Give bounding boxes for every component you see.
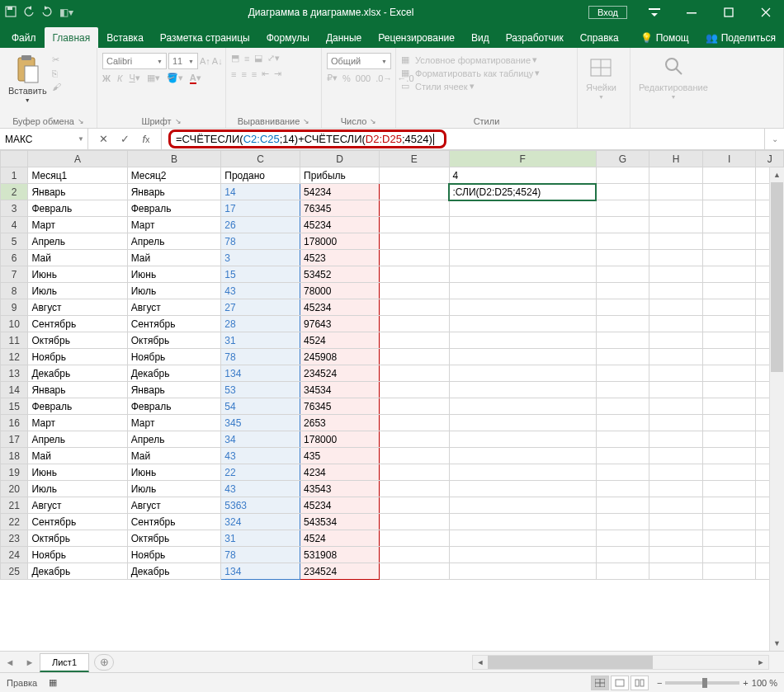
cell[interactable]: 134 — [221, 365, 300, 382]
cell[interactable] — [449, 233, 596, 250]
cell[interactable] — [379, 382, 449, 398]
column-header-B[interactable]: B — [127, 151, 221, 167]
column-header-C[interactable]: C — [221, 151, 300, 167]
cell[interactable] — [449, 316, 596, 332]
row-header-7[interactable]: 7 — [1, 266, 28, 283]
cancel-formula-button[interactable]: ✕ — [93, 130, 113, 148]
row-header-20[interactable]: 20 — [1, 481, 28, 497]
cell[interactable]: 4 — [449, 167, 596, 184]
cell[interactable] — [449, 547, 596, 563]
cell[interactable]: Июль — [127, 481, 221, 497]
font-name-select[interactable]: Calibri▼ — [102, 53, 167, 69]
conditional-formatting-button[interactable]: ▦ Условное форматирование▾ — [401, 54, 537, 65]
cell[interactable]: Август — [28, 299, 127, 316]
cell[interactable]: Январь — [28, 382, 127, 398]
cell[interactable] — [379, 167, 449, 184]
cell[interactable] — [379, 464, 449, 481]
cell[interactable]: Июнь — [28, 464, 127, 481]
cell[interactable]: 34534 — [300, 382, 380, 398]
cell[interactable] — [379, 514, 449, 530]
cell[interactable] — [449, 382, 596, 398]
column-header-G[interactable]: G — [596, 151, 649, 167]
scroll-up-icon[interactable]: ▲ — [770, 167, 784, 182]
cell[interactable]: 78000 — [300, 283, 380, 299]
worksheet-area[interactable]: ABCDEFGHIJ1Месяц1Месяц2ПроданоПрибыль42Я… — [0, 150, 784, 651]
row-header-25[interactable]: 25 — [1, 563, 28, 580]
cell[interactable] — [449, 431, 596, 448]
cell[interactable]: 3 — [221, 250, 300, 266]
inc-decimal-icon[interactable]: .0→ — [375, 73, 392, 83]
row-header-21[interactable]: 21 — [1, 497, 28, 514]
cell[interactable]: Февраль — [28, 200, 127, 217]
cell[interactable]: 97643 — [300, 316, 380, 332]
column-header-A[interactable]: A — [28, 151, 127, 167]
minimize-button[interactable] — [673, 0, 710, 25]
cell[interactable]: 31 — [221, 332, 300, 349]
number-format-select[interactable]: Общий▼ — [327, 53, 391, 69]
align-left-icon[interactable]: ≡ — [231, 69, 236, 79]
cell[interactable] — [449, 415, 596, 431]
cell[interactable]: 78 — [221, 233, 300, 250]
cell[interactable] — [449, 283, 596, 299]
sheet-nav-prev-icon[interactable]: ◄ — [0, 657, 20, 667]
zoom-out-icon[interactable]: − — [657, 678, 662, 688]
cell[interactable] — [379, 563, 449, 580]
cell[interactable]: Март — [28, 415, 127, 431]
sheet-nav-next-icon[interactable]: ► — [20, 657, 40, 667]
cell[interactable]: Июнь — [127, 464, 221, 481]
row-header-24[interactable]: 24 — [1, 547, 28, 563]
cell[interactable]: Апрель — [28, 233, 127, 250]
cell[interactable] — [379, 365, 449, 382]
cell[interactable]: 43 — [221, 481, 300, 497]
indent-inc-icon[interactable]: ⇥ — [274, 68, 281, 79]
cell[interactable]: 34 — [221, 431, 300, 448]
cell[interactable]: 17 — [221, 200, 300, 217]
row-header-18[interactable]: 18 — [1, 448, 28, 464]
dialog-launcher-icon[interactable]: ↘ — [78, 117, 84, 125]
cell[interactable] — [379, 448, 449, 464]
cell[interactable]: Сентябрь — [28, 514, 127, 530]
align-center-icon[interactable]: ≡ — [241, 69, 246, 79]
cell[interactable]: 78 — [221, 349, 300, 365]
row-header-14[interactable]: 14 — [1, 382, 28, 398]
tab-formulas[interactable]: Формулы — [258, 27, 318, 48]
scroll-down-icon[interactable]: ▼ — [770, 636, 784, 651]
cell[interactable]: 43 — [221, 448, 300, 464]
cell[interactable]: Сентябрь — [28, 316, 127, 332]
cell[interactable] — [449, 200, 596, 217]
tell-me[interactable]: 💡Помощ — [632, 27, 697, 48]
font-size-select[interactable]: 11▼ — [168, 53, 198, 69]
cell[interactable]: Октябрь — [28, 530, 127, 547]
dialog-launcher-icon[interactable]: ↘ — [303, 117, 309, 125]
tab-review[interactable]: Рецензирование — [370, 27, 463, 48]
add-sheet-button[interactable]: ⊕ — [94, 654, 114, 671]
cell[interactable] — [379, 497, 449, 514]
cell[interactable]: Февраль — [28, 398, 127, 415]
cell[interactable]: 178000 — [300, 233, 380, 250]
cell[interactable]: 4523 — [300, 250, 380, 266]
bold-icon[interactable]: Ж — [102, 73, 111, 83]
row-header-6[interactable]: 6 — [1, 250, 28, 266]
cell[interactable]: Январь — [127, 382, 221, 398]
cell[interactable]: Месяц2 — [127, 167, 221, 184]
fill-color-icon[interactable]: 🪣▾ — [167, 73, 183, 83]
scroll-left-icon[interactable]: ◄ — [473, 656, 488, 669]
cell[interactable]: 53 — [221, 382, 300, 398]
zoom-control[interactable]: − + 100 % — [657, 678, 777, 688]
cell[interactable] — [449, 481, 596, 497]
row-header-17[interactable]: 17 — [1, 431, 28, 448]
editing-button[interactable]: Редактирование▼ — [635, 53, 711, 101]
underline-icon[interactable]: Ч▾ — [129, 73, 139, 83]
cell[interactable]: 22 — [221, 464, 300, 481]
copy-icon[interactable]: ⎘ — [52, 68, 61, 78]
cell[interactable] — [449, 530, 596, 547]
redo-icon[interactable] — [41, 6, 53, 20]
macro-record-icon[interactable]: ▦ — [49, 677, 57, 688]
cell[interactable] — [449, 349, 596, 365]
cell[interactable]: 234524 — [300, 563, 380, 580]
cell[interactable]: Сентябрь — [127, 316, 221, 332]
share-button[interactable]: 👥Поделиться — [697, 27, 784, 48]
row-header-5[interactable]: 5 — [1, 233, 28, 250]
cell[interactable]: 76345 — [300, 200, 380, 217]
cell[interactable] — [379, 299, 449, 316]
